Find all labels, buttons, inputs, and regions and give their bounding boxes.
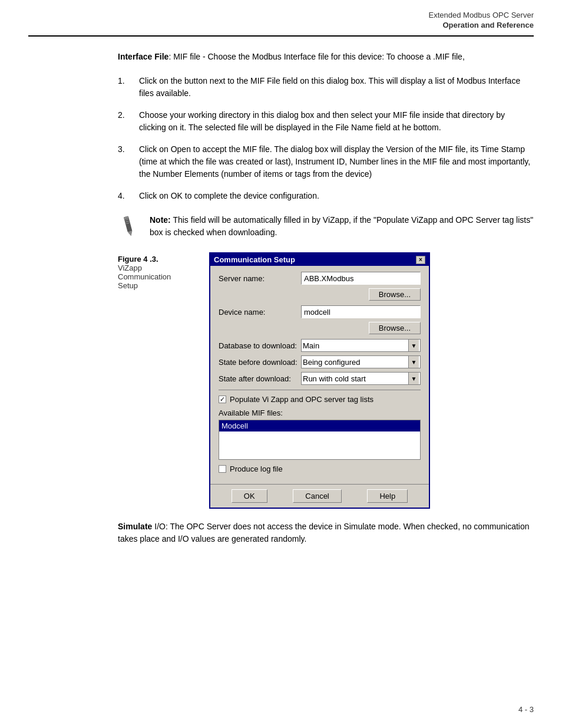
state-after-value: Run with cold start [303, 374, 408, 383]
figure-desc-1: ViZapp [118, 263, 203, 272]
ok-button[interactable]: OK [232, 489, 267, 503]
header-subtitle: Operation and Reference [442, 21, 534, 29]
dialog-titlebar: Communication Setup × [210, 253, 429, 266]
produce-log-row: Produce log file [219, 465, 421, 473]
browse-btn-1[interactable]: Browse... [369, 288, 421, 301]
state-before-row: State before download: Being configured … [219, 355, 421, 368]
pencil-svg [119, 215, 138, 236]
step-num-3: 3. [118, 143, 139, 180]
browse-btn-2[interactable]: Browse... [369, 322, 421, 334]
state-after-select[interactable]: Run with cold start ▼ [301, 372, 421, 385]
step-num-1: 1. [118, 75, 139, 100]
step-text-2: Choose your working directory in this di… [139, 109, 534, 134]
mif-item-modcell[interactable]: Modcell [219, 420, 420, 431]
step-num-2: 2. [118, 109, 139, 134]
state-after-dropdown-arrow[interactable]: ▼ [408, 373, 419, 384]
device-name-row: Device name: [219, 305, 421, 318]
dialog-body: Server name: Browse... Device name: Brow… [210, 266, 429, 484]
dialog-divider [219, 390, 421, 390]
server-name-label: Server name: [219, 274, 301, 283]
database-dropdown-arrow[interactable]: ▼ [408, 340, 419, 351]
cancel-button[interactable]: Cancel [293, 489, 341, 503]
dialog-titlebar-buttons: × [416, 256, 425, 264]
simulate-text: I/O: The OPC Server does not access the … [118, 522, 530, 543]
note-label: Note: [150, 215, 171, 225]
note-section: Note: This field will be automatically f… [118, 214, 534, 241]
figure-desc-2: Communication [118, 272, 203, 281]
produce-log-label: Produce log file [230, 465, 283, 473]
figure-desc-3: Setup [118, 281, 203, 290]
figure-number: Figure 4 .3. [118, 255, 203, 263]
dialog-close-btn[interactable]: × [416, 256, 425, 264]
state-before-label: State before download: [219, 358, 301, 367]
database-value: Main [303, 341, 408, 350]
database-row: Database to download: Main ▼ [219, 339, 421, 352]
server-name-input[interactable] [301, 272, 421, 285]
database-select[interactable]: Main ▼ [301, 339, 421, 352]
interface-file-text: : MIF file - Choose the Modbus Interface… [168, 52, 464, 61]
page-number: 4 - 3 [518, 705, 534, 714]
server-name-row: Server name: [219, 272, 421, 285]
step-text-1: Click on the button next to the MIF File… [139, 75, 534, 100]
browse-row-2: Browse... [219, 322, 421, 334]
browse-row-1: Browse... [219, 288, 421, 301]
pencil-icon [118, 215, 139, 241]
step-num-4: 4. [118, 190, 139, 202]
list-item: 2. Choose your working directory in this… [118, 109, 534, 134]
list-item: 3. Click on Open to accept the MIF file.… [118, 143, 534, 180]
produce-log-checkbox[interactable] [219, 465, 226, 473]
database-label: Database to download: [219, 341, 301, 350]
populate-checkbox[interactable]: ✓ [219, 396, 226, 403]
interface-file-label: Interface File [118, 52, 168, 61]
simulate-section: Simulate I/O: The OPC Server does not ac… [118, 521, 534, 545]
note-text: Note: This field will be automatically f… [150, 214, 534, 239]
step-text-3: Click on Open to accept the MIF file. Th… [139, 143, 534, 180]
figure-section: Figure 4 .3. ViZapp Communication Setup … [118, 252, 534, 509]
page-header: Extended Modbus OPC Server Operation and… [0, 0, 562, 32]
dialog-footer: OK Cancel Help [210, 484, 429, 508]
state-before-value: Being configured [303, 358, 408, 367]
help-button[interactable]: Help [367, 489, 408, 503]
state-before-select[interactable]: Being configured ▼ [301, 355, 421, 368]
device-name-label: Device name: [219, 308, 301, 317]
state-after-label: State after download: [219, 374, 301, 383]
populate-checkbox-label: Populate Vi Zapp and OPC server tag list… [230, 395, 373, 404]
figure-label: Figure 4 .3. ViZapp Communication Setup [118, 252, 209, 290]
populate-checkbox-row: ✓ Populate Vi Zapp and OPC server tag li… [219, 395, 421, 404]
device-name-input[interactable] [301, 305, 421, 318]
dialog-title: Communication Setup [214, 255, 295, 264]
main-content: Interface File: MIF file - Choose the Mo… [0, 37, 562, 559]
state-after-row: State after download: Run with cold star… [219, 372, 421, 385]
available-mif-label: Available MIF files: [219, 409, 421, 417]
step-text-4: Click on OK to complete the device confi… [139, 190, 534, 202]
mif-listbox[interactable]: Modcell [219, 420, 421, 460]
list-item: 1. Click on the button next to the MIF F… [118, 75, 534, 100]
note-body: This field will be automatically filled … [150, 215, 533, 237]
page-footer: 4 - 3 [518, 705, 534, 714]
state-before-dropdown-arrow[interactable]: ▼ [408, 356, 419, 368]
header-title: Extended Modbus OPC Server [429, 11, 534, 19]
list-item: 4. Click on OK to complete the device co… [118, 190, 534, 202]
numbered-list: 1. Click on the button next to the MIF F… [118, 75, 534, 202]
dialog-window: Communication Setup × Server name: Brows… [209, 252, 430, 509]
simulate-label: Simulate [118, 522, 152, 531]
intro-text: Interface File: MIF file - Choose the Mo… [118, 51, 534, 63]
